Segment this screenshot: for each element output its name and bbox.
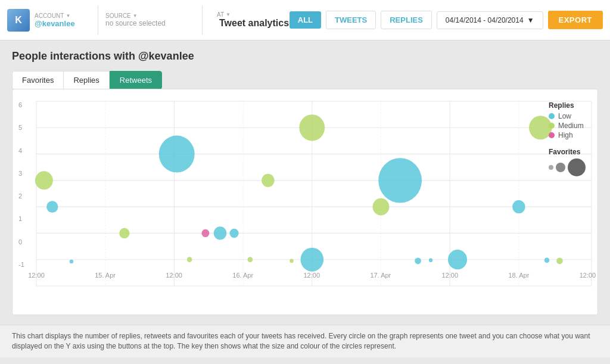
y-label-6: 6	[18, 101, 24, 108]
legend-high: High	[549, 131, 586, 139]
fav-dot-lg	[568, 158, 586, 176]
page-title-header: Tweet analytics	[219, 18, 289, 29]
source-label: SOURCE ▼	[105, 13, 195, 19]
account-dropdown-arrow[interactable]: ▼	[66, 13, 70, 18]
svg-point-26	[299, 114, 325, 141]
x-label-15apr: 15. Apr	[95, 272, 116, 279]
svg-point-25	[262, 174, 274, 187]
x-label-18apr: 18. Apr	[508, 272, 529, 279]
x-label-1200-b: 12:00	[166, 272, 182, 279]
at-section: AT ▼ Tweet analytics	[217, 11, 289, 29]
svg-point-23	[230, 229, 239, 238]
chart-legend: Replies Low Medium High Favorites	[549, 101, 586, 185]
svg-point-27	[301, 248, 324, 272]
svg-point-36	[544, 257, 550, 263]
fav-dot-md	[556, 163, 565, 172]
y-label-2: 2	[18, 192, 24, 200]
y-label-3: 3	[18, 170, 24, 177]
svg-point-17	[35, 171, 53, 189]
fav-dot-sm	[549, 165, 553, 170]
account-label: ACCOUNT ▼	[35, 13, 75, 19]
replies-legend-title: Replies	[549, 101, 586, 110]
y-label-1: 1	[18, 215, 24, 222]
x-label-1200-d: 12:00	[442, 272, 459, 279]
svg-point-34	[512, 200, 525, 213]
replies-legend: Replies Low Medium High	[549, 101, 586, 139]
legend-low: Low	[549, 112, 586, 120]
y-label-4: 4	[18, 147, 24, 154]
chart-area: 6 5 4 3 2 1 0 -1	[36, 101, 592, 286]
bubble-chart	[36, 101, 592, 286]
avatar: K	[7, 9, 30, 32]
page-title: People interactions with @kevanlee	[12, 50, 598, 63]
svg-point-29	[373, 198, 390, 216]
export-button[interactable]: EXPORT	[548, 11, 603, 29]
source-dropdown-arrow[interactable]: ▼	[133, 13, 138, 18]
svg-point-38	[46, 201, 58, 213]
x-label-1200-c: 12:00	[304, 272, 320, 279]
svg-point-19	[159, 136, 195, 173]
tab-favorites[interactable]: Favorites	[12, 71, 63, 89]
header-right: ALL TWEETS REPLIES 04/14/2014 - 04/20/20…	[290, 11, 603, 29]
footer-text: This chart displays the number of replie…	[12, 332, 590, 350]
high-dot	[549, 132, 555, 138]
source-section: SOURCE ▼ no source selected	[105, 13, 195, 27]
y-axis: 6 5 4 3 2 1 0 -1	[18, 101, 24, 268]
y-label-0: 0	[18, 238, 24, 245]
filter-all-button[interactable]: ALL	[290, 11, 321, 29]
svg-point-32	[429, 259, 432, 263]
filter-tweets-button[interactable]: TWEETS	[326, 11, 376, 29]
x-label-17apr: 17. Apr	[370, 272, 391, 279]
source-value: no source selected	[105, 19, 195, 27]
favorites-legend-title: Favorites	[549, 148, 586, 156]
tab-retweets[interactable]: Retweets	[110, 71, 162, 89]
low-dot	[549, 113, 555, 119]
svg-point-31	[415, 257, 421, 264]
svg-point-18	[119, 228, 129, 239]
svg-point-22	[214, 226, 226, 239]
account-section: K ACCOUNT ▼ @kevanlee	[7, 9, 91, 32]
y-label-neg1: -1	[18, 261, 24, 268]
account-name[interactable]: @kevanlee	[35, 19, 75, 28]
high-label: High	[558, 131, 573, 139]
legend-medium: Medium	[549, 122, 586, 130]
header: K ACCOUNT ▼ @kevanlee SOURCE ▼ no source…	[0, 0, 610, 41]
interaction-tabs: Favorites Replies Retweets	[12, 71, 598, 89]
date-dropdown-arrow: ▼	[527, 16, 534, 24]
x-axis: 12:00 15. Apr 12:00 16. Apr 12:00 17. Ap…	[36, 269, 592, 286]
svg-point-37	[556, 257, 563, 264]
account-info: ACCOUNT ▼ @kevanlee	[35, 13, 75, 28]
svg-point-30	[378, 158, 422, 203]
x-label-16apr: 16. Apr	[232, 272, 253, 279]
footer: This chart displays the number of replie…	[0, 325, 610, 357]
main-content: People interactions with @kevanlee Favor…	[0, 41, 610, 325]
divider-1	[98, 5, 98, 35]
svg-point-20	[187, 257, 192, 262]
svg-point-21	[201, 229, 209, 237]
x-label-1200-e: 12:00	[580, 272, 596, 279]
y-label-5: 5	[18, 124, 24, 131]
svg-point-28	[290, 259, 293, 263]
tab-replies[interactable]: Replies	[63, 71, 109, 89]
medium-dot	[549, 123, 555, 129]
x-label-1200-a: 12:00	[28, 272, 45, 279]
avatar-image: K	[7, 9, 30, 32]
svg-point-39	[70, 260, 73, 264]
at-dropdown-arrow[interactable]: ▼	[226, 12, 231, 17]
favorites-legend: Favorites	[549, 148, 586, 176]
date-range-label: 04/14/2014 - 04/20/2014	[446, 16, 524, 24]
divider-2	[202, 5, 203, 35]
medium-label: Medium	[558, 122, 584, 130]
at-label: AT ▼	[217, 11, 289, 18]
filter-replies-button[interactable]: REPLIES	[381, 11, 432, 29]
favorites-dots	[549, 158, 586, 176]
low-label: Low	[558, 112, 571, 120]
chart-container: 6 5 4 3 2 1 0 -1	[12, 89, 598, 315]
svg-point-33	[448, 250, 467, 269]
date-range-button[interactable]: 04/14/2014 - 04/20/2014 ▼	[437, 11, 543, 29]
svg-point-24	[248, 257, 253, 262]
